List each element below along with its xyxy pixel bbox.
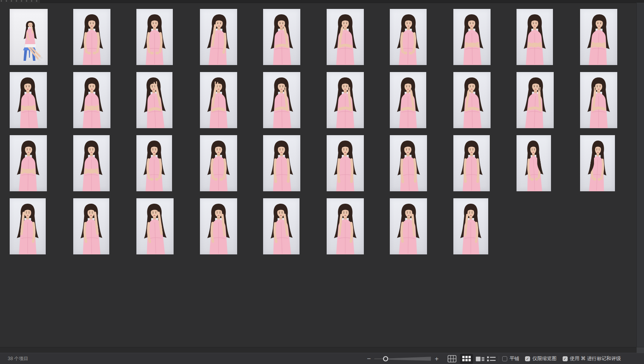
photo-thumbnail[interactable] <box>136 135 172 191</box>
photo-thumbnail[interactable] <box>517 135 551 191</box>
zoom-out-button[interactable]: − <box>365 353 373 364</box>
photo-thumbnail[interactable] <box>390 9 427 65</box>
photo-thumbnail[interactable] <box>200 9 237 65</box>
list-view-button[interactable] <box>486 354 497 364</box>
photo-thumbnail[interactable] <box>136 198 174 254</box>
details-view-icon <box>476 356 484 362</box>
grid-frame-icon <box>448 355 456 362</box>
thumbnail-grid <box>0 3 637 347</box>
thumbnail-size-slider[interactable] <box>373 353 433 364</box>
photo-browser-window: 38 个项目 − + <box>0 0 644 364</box>
photo-thumbnail[interactable] <box>453 9 491 65</box>
thumbnail-view-button[interactable] <box>460 354 473 364</box>
photo-thumbnail[interactable] <box>73 72 110 128</box>
item-count-label: 38 个项目 <box>8 353 28 364</box>
photo-thumbnail[interactable] <box>10 9 48 65</box>
photo-thumbnail[interactable] <box>327 135 364 191</box>
photo-thumbnail[interactable] <box>263 135 300 191</box>
status-bar: 38 个项目 − + <box>0 353 644 364</box>
photo-thumbnail[interactable] <box>327 198 364 254</box>
photo-thumbnail[interactable] <box>10 72 47 128</box>
list-view-icon <box>487 356 496 362</box>
photo-thumbnail[interactable] <box>200 198 237 254</box>
horizontal-scrollbar[interactable] <box>0 347 637 353</box>
use-cmd-rating-checkbox[interactable]: ✓ <box>563 356 568 361</box>
thumbnail-grid-icon <box>462 356 471 362</box>
top-edge-artifacts <box>1 0 39 2</box>
photo-thumbnail[interactable] <box>453 135 490 191</box>
photo-thumbnail[interactable] <box>200 135 237 191</box>
photo-thumbnail[interactable] <box>327 9 364 65</box>
photo-thumbnail[interactable] <box>10 198 46 254</box>
statusbar-options: ✓ 平铺 ✓ 仅限缩览图 ✓ 使用 ⌘ 进行标记和评级 <box>502 353 621 364</box>
photo-thumbnail[interactable] <box>136 9 173 65</box>
photo-thumbnail[interactable] <box>263 9 300 65</box>
photo-thumbnail[interactable] <box>73 135 110 191</box>
statusbar-divider <box>499 356 499 362</box>
photo-thumbnail[interactable] <box>390 135 427 191</box>
scrollbar-corner <box>636 347 644 353</box>
checkbox-thumbnails-only[interactable]: ✓ 仅限缩览图 <box>525 355 557 362</box>
zoom-in-button[interactable]: + <box>433 353 441 364</box>
top-edge-strip <box>0 0 644 3</box>
photo-thumbnail[interactable] <box>200 72 237 128</box>
photo-thumbnail[interactable] <box>10 135 47 191</box>
checkbox-tile[interactable]: ✓ 平铺 <box>502 355 519 362</box>
photo-thumbnail[interactable] <box>73 9 110 65</box>
photo-thumbnail[interactable] <box>453 198 488 254</box>
photo-thumbnail[interactable] <box>327 72 364 128</box>
photo-thumbnail[interactable] <box>73 198 109 254</box>
tile-checkbox[interactable]: ✓ <box>502 356 507 361</box>
checkbox-use-cmd-rating[interactable]: ✓ 使用 ⌘ 进行标记和评级 <box>563 355 621 362</box>
grid-frame-icon-button[interactable] <box>447 353 457 364</box>
photo-thumbnail[interactable] <box>453 72 491 128</box>
photo-thumbnail[interactable] <box>517 72 554 128</box>
vertical-scrollbar[interactable] <box>636 3 644 347</box>
photo-thumbnail[interactable] <box>580 72 617 128</box>
photo-thumbnail[interactable] <box>136 72 172 128</box>
use-cmd-rating-checkbox-label: 使用 ⌘ 进行标记和评级 <box>570 355 621 362</box>
check-icon: ✓ <box>563 357 567 361</box>
photo-thumbnail[interactable] <box>263 72 300 128</box>
photo-thumbnail[interactable] <box>390 198 427 254</box>
photo-thumbnail[interactable] <box>390 72 426 128</box>
photo-thumbnail[interactable] <box>263 198 300 254</box>
photo-thumbnail[interactable] <box>580 135 615 191</box>
details-view-button[interactable] <box>475 354 485 364</box>
photo-thumbnail[interactable] <box>517 9 553 65</box>
check-icon: ✓ <box>526 357 529 361</box>
tile-checkbox-label: 平铺 <box>510 355 519 362</box>
thumbnails-only-checkbox[interactable]: ✓ <box>525 356 530 361</box>
thumbnails-only-checkbox-label: 仅限缩览图 <box>532 355 557 362</box>
photo-thumbnail[interactable] <box>580 9 617 65</box>
